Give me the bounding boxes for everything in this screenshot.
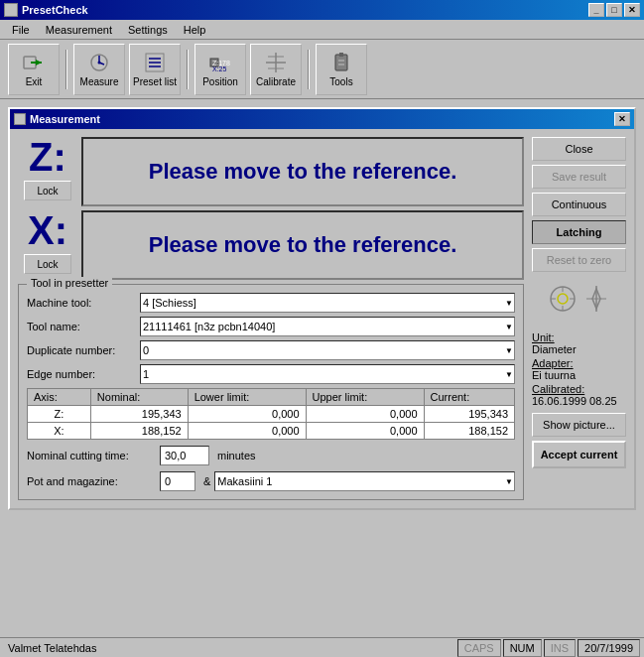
- status-bar: Valmet Telatehdas CAPS NUM INS 20/7/1999: [0, 637, 644, 657]
- save-result-btn[interactable]: Save result: [532, 165, 626, 189]
- exit-icon: [22, 51, 46, 74]
- tool-shape-icon: [581, 284, 611, 314]
- continuous-btn[interactable]: Continuous: [532, 193, 626, 216]
- tool-name-select[interactable]: 21111461 [n3z pcbn14040]: [140, 317, 515, 336]
- measure-icon: [87, 51, 111, 74]
- table-header-lower: Lower limit:: [188, 389, 306, 406]
- edge-row: Edge number: 1 ▼: [27, 364, 515, 384]
- amp-label: &: [203, 475, 210, 487]
- measure-label: Measure: [80, 76, 119, 87]
- cutting-time-row: Nominal cutting time: minutes: [27, 446, 515, 465]
- calibrate-label: Calibrate: [256, 76, 296, 87]
- minutes-label: minutes: [217, 450, 256, 461]
- table-row: X:188,1520,0000,000188,152: [28, 423, 515, 440]
- dialog-title-text: Measurement: [30, 113, 100, 125]
- calibrated-label: Calibrated:: [532, 383, 584, 395]
- adapter-value: Ei tuurna: [532, 369, 626, 381]
- duplicate-label: Duplicate number:: [27, 344, 136, 356]
- ins-indicator: INS: [544, 639, 576, 657]
- duplicate-select-wrapper: 0 ▼: [140, 340, 515, 360]
- svg-rect-19: [339, 53, 343, 57]
- tools-icon: [329, 51, 353, 74]
- dialog-icon: [14, 113, 26, 125]
- position-button[interactable]: Z:178 X:25 Position: [194, 44, 246, 95]
- exit-button[interactable]: Exit: [8, 44, 60, 95]
- tools-button[interactable]: Tools: [316, 44, 367, 95]
- menu-file[interactable]: File: [4, 22, 38, 38]
- accept-current-btn[interactable]: Accept current: [532, 441, 626, 468]
- tool-name-label: Tool name:: [27, 321, 136, 332]
- svg-point-23: [558, 294, 568, 304]
- unit-value: Diameter: [532, 343, 626, 355]
- pot-label: Pot and magazine:: [27, 475, 156, 487]
- caps-indicator: CAPS: [457, 639, 501, 657]
- calibrate-button[interactable]: Calibrate: [250, 44, 302, 95]
- machine-tool-select-wrapper: 4 [Schiess] ▼: [140, 293, 515, 313]
- num-indicator: NUM: [503, 639, 542, 657]
- adapter-label: Adapter:: [532, 357, 574, 369]
- tool-presetter-group: Tool in presetter Machine tool: 4 [Schie…: [18, 284, 524, 500]
- z-axis-letter: Z:: [29, 137, 66, 177]
- duplicate-row: Duplicate number: 0 ▼: [27, 340, 515, 360]
- reset-to-zero-btn[interactable]: Reset to zero: [532, 248, 626, 272]
- cutting-time-input[interactable]: [160, 446, 209, 465]
- menu-measurement[interactable]: Measurement: [38, 22, 120, 38]
- table-header-upper: Upper limit:: [306, 389, 424, 406]
- tools-label: Tools: [329, 76, 352, 87]
- measurement-dialog: Measurement ✕ Z: Lock Please move to the…: [8, 107, 636, 510]
- x-axis-message: Please move to the reference.: [149, 231, 457, 260]
- z-axis-label-col: Z: Lock: [18, 137, 77, 206]
- title-bar-buttons: _ □ ✕: [588, 3, 640, 17]
- pot-input[interactable]: [160, 471, 195, 491]
- x-axis-label-col: X: Lock: [18, 210, 77, 280]
- table-header-axis: Axis:: [28, 389, 91, 406]
- preset-list-button[interactable]: Preset list: [129, 44, 181, 95]
- menu-settings[interactable]: Settings: [120, 22, 176, 38]
- exit-label: Exit: [26, 76, 43, 87]
- toolbar: Exit Measure Preset list: [0, 40, 644, 99]
- z-axis-message: Please move to the reference.: [149, 158, 457, 187]
- measure-button[interactable]: Measure: [73, 44, 125, 95]
- edge-label: Edge number:: [27, 368, 136, 380]
- x-lock-button[interactable]: Lock: [24, 254, 71, 274]
- position-icon: Z:178 X:25: [208, 51, 232, 74]
- tool-circle-icon: [548, 284, 578, 314]
- close-btn[interactable]: Close: [532, 137, 626, 161]
- position-label: Position: [202, 76, 238, 87]
- app-icon: [4, 3, 18, 17]
- table-header-nominal: Nominal:: [90, 389, 188, 406]
- magazine-select[interactable]: Makasiini 1: [214, 471, 515, 491]
- close-button[interactable]: ✕: [624, 3, 640, 17]
- toolbar-separator-2: [187, 50, 189, 89]
- minimize-button[interactable]: _: [588, 3, 604, 17]
- edge-select-wrapper: 1 ▼: [140, 364, 515, 384]
- z-axis-row: Z: Lock Please move to the reference.: [18, 137, 524, 206]
- edge-select[interactable]: 1: [140, 364, 515, 384]
- maximize-button[interactable]: □: [606, 3, 622, 17]
- toolbar-separator-3: [308, 50, 310, 89]
- magazine-select-wrapper: Makasiini 1 ▼: [214, 471, 515, 491]
- tool-name-select-wrapper: 21111461 [n3z pcbn14040] ▼: [140, 317, 515, 336]
- svg-point-6: [98, 62, 101, 65]
- unit-label: Unit:: [532, 331, 555, 343]
- z-axis-display: Please move to the reference.: [81, 137, 524, 206]
- table-header-current: Current:: [424, 389, 515, 406]
- show-picture-btn[interactable]: Show picture...: [532, 413, 626, 437]
- tool-diagram: [532, 284, 626, 314]
- tool-name-row: Tool name: 21111461 [n3z pcbn14040] ▼: [27, 317, 515, 336]
- table-row: Z:195,3430,0000,000195,343: [28, 406, 515, 423]
- x-axis-row: X: Lock Please move to the reference.: [18, 210, 524, 280]
- machine-tool-select[interactable]: 4 [Schiess]: [140, 293, 515, 313]
- calibrate-icon: [264, 51, 288, 74]
- svg-text:X:25: X:25: [212, 66, 227, 72]
- duplicate-select[interactable]: 0: [140, 340, 515, 360]
- measurements-table: Axis: Nominal: Lower limit: Upper limit:…: [27, 388, 515, 440]
- menu-help[interactable]: Help: [176, 22, 214, 38]
- cutting-time-label: Nominal cutting time:: [27, 450, 156, 461]
- dialog-content: Z: Lock Please move to the reference. X:…: [10, 129, 634, 508]
- x-axis-display: Please move to the reference.: [81, 210, 524, 280]
- z-lock-button[interactable]: Lock: [24, 181, 71, 200]
- latching-btn[interactable]: Latching: [532, 220, 626, 244]
- x-axis-letter: X:: [28, 210, 67, 250]
- dialog-close-button[interactable]: ✕: [614, 112, 630, 126]
